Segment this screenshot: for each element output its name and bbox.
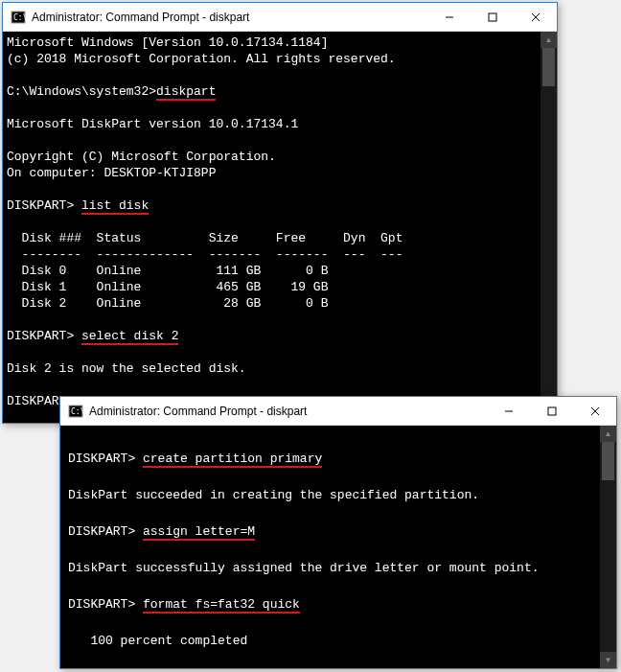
disk-row-2: Disk 2 Online 28 GB 0 B <box>7 296 328 311</box>
svg-text:C:\: C:\ <box>71 407 83 416</box>
cmd-select-disk: select disk 2 <box>81 329 178 345</box>
window-title: Administrator: Command Prompt - diskpart <box>32 11 427 24</box>
scrollbar-vertical[interactable]: ▲ ▼ <box>540 32 557 423</box>
msg-selected: Disk 2 is now the selected disk. <box>7 361 246 376</box>
msg-progress: 100 percent completed <box>68 634 247 648</box>
line-copyright: (c) 2018 Microsoft Corporation. All righ… <box>7 52 396 66</box>
cmd-format: format fs=fat32 quick <box>143 597 300 614</box>
titlebar-buttons <box>427 3 557 31</box>
close-button[interactable] <box>573 397 616 425</box>
scrollbar-vertical[interactable]: ▲ ▼ <box>600 426 616 668</box>
line-dp-version: Microsoft DiskPart version 10.0.17134.1 <box>7 117 298 131</box>
maximize-button[interactable] <box>471 3 514 31</box>
svg-text:C:\: C:\ <box>13 13 26 22</box>
terminal-body-wrap: Microsoft Windows [Version 10.0.17134.11… <box>3 32 557 423</box>
cmd-window-2: C:\ Administrator: Command Prompt - disk… <box>59 396 617 669</box>
cmd-icon: C:\ <box>11 10 26 25</box>
cmd-diskpart: diskpart <box>156 84 216 101</box>
disk-table-header: Disk ### Status Size Free Dyn Gpt <box>7 231 402 245</box>
cmd-create-partition: create partition primary <box>143 452 322 468</box>
scroll-track[interactable] <box>600 442 616 652</box>
prompt-path: C:\Windows\system32> <box>7 84 156 99</box>
disk-row-1: Disk 1 Online 465 GB 19 GB <box>7 280 328 294</box>
scroll-up-button[interactable]: ▲ <box>600 426 616 442</box>
cmd-icon: C:\ <box>68 404 83 419</box>
terminal-output[interactable]: DISKPART> create partition primary DiskP… <box>60 426 600 668</box>
close-button[interactable] <box>514 3 557 31</box>
svg-rect-9 <box>548 407 556 415</box>
diskpart-prompt: DISKPART> <box>68 524 143 539</box>
titlebar[interactable]: C:\ Administrator: Command Prompt - disk… <box>60 397 616 426</box>
titlebar-buttons <box>487 397 616 425</box>
cmd-assign-letter: assign letter=M <box>143 524 255 541</box>
diskpart-prompt: DISKPART> <box>7 198 81 213</box>
maximize-button[interactable] <box>530 397 573 425</box>
line-version: Microsoft Windows [Version 10.0.17134.11… <box>7 35 328 50</box>
scroll-thumb[interactable] <box>542 48 555 86</box>
cmd-list-disk: list disk <box>81 198 149 215</box>
diskpart-prompt: DISKPART> <box>7 329 81 343</box>
line-dp-copyright: Copyright (C) Microsoft Corporation. <box>7 150 276 164</box>
terminal-body-wrap: DISKPART> create partition primary DiskP… <box>60 426 616 668</box>
scroll-track[interactable] <box>540 48 557 406</box>
line-dp-computer: On computer: DESKTOP-KTJI8PP <box>7 166 216 180</box>
disk-row-0: Disk 0 Online 111 GB 0 B <box>7 264 328 278</box>
disk-table-sep: -------- ------------- ------- ------- -… <box>7 247 402 262</box>
terminal-output[interactable]: Microsoft Windows [Version 10.0.17134.11… <box>3 32 540 423</box>
msg-letter-assigned: DiskPart successfully assigned the drive… <box>68 561 539 575</box>
diskpart-prompt: DISKPART> <box>68 597 143 612</box>
scroll-thumb[interactable] <box>602 442 614 480</box>
window-title: Administrator: Command Prompt - diskpart <box>89 405 487 418</box>
cmd-window-1: C:\ Administrator: Command Prompt - disk… <box>2 2 558 424</box>
msg-partition-created: DiskPart succeeded in creating the speci… <box>68 488 479 502</box>
minimize-button[interactable] <box>427 3 471 31</box>
scroll-down-button[interactable]: ▼ <box>600 652 616 668</box>
svg-rect-3 <box>489 13 496 21</box>
diskpart-prompt: DISKPART> <box>68 452 143 466</box>
minimize-button[interactable] <box>487 397 530 425</box>
scroll-up-button[interactable]: ▲ <box>540 32 557 48</box>
titlebar[interactable]: C:\ Administrator: Command Prompt - disk… <box>3 3 557 32</box>
